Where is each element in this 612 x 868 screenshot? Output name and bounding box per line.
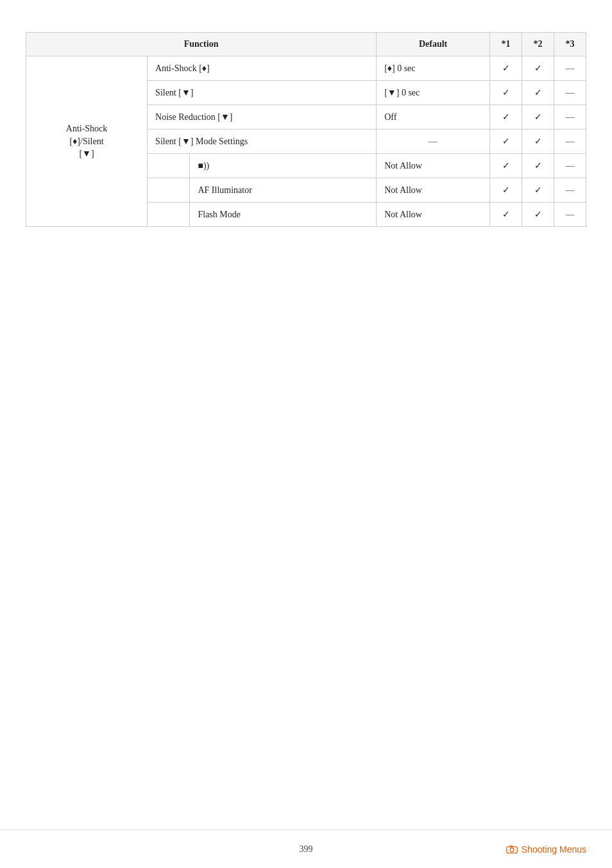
header-star2: *2 bbox=[522, 33, 554, 56]
star2-cell: ✓ bbox=[522, 81, 554, 105]
star1-cell: ✓ bbox=[490, 129, 522, 154]
star3-cell: — bbox=[554, 56, 586, 81]
default-cell: Off bbox=[377, 105, 490, 129]
sub-function-cell: AF Illuminator bbox=[190, 178, 377, 203]
function-cell: Silent [▼] bbox=[148, 81, 377, 105]
row-group-label: Anti-Shock [♦]/Silent [▼] bbox=[26, 56, 148, 227]
star1-cell: ✓ bbox=[490, 154, 522, 178]
camera-icon bbox=[506, 845, 518, 854]
function-cell: Anti-Shock [♦] bbox=[148, 56, 377, 81]
default-cell: [♦] 0 sec bbox=[377, 56, 490, 81]
page-footer: 399 Shooting Menus bbox=[0, 830, 612, 868]
svg-rect-2 bbox=[510, 845, 513, 846]
header-function: Function bbox=[26, 33, 377, 56]
star3-cell: — bbox=[554, 178, 586, 203]
sub-function-empty bbox=[148, 178, 190, 203]
page-content: Function Default *1 *2 *3 Anti-Shock [♦]… bbox=[0, 0, 612, 278]
star3-cell: — bbox=[554, 129, 586, 154]
star1-cell: ✓ bbox=[490, 178, 522, 203]
function-cell: Noise Reduction [▼] bbox=[148, 105, 377, 129]
star1-cell: ✓ bbox=[490, 105, 522, 129]
star3-cell: — bbox=[554, 81, 586, 105]
default-cell: Not Allow bbox=[377, 203, 490, 227]
default-cell: [▼] 0 sec bbox=[377, 81, 490, 105]
star2-cell: ✓ bbox=[522, 154, 554, 178]
page-number: 399 bbox=[300, 844, 313, 855]
sub-function-cell: ■)) bbox=[190, 154, 377, 178]
sub-function-empty bbox=[148, 154, 190, 178]
star1-cell: ✓ bbox=[490, 81, 522, 105]
sub-function-cell: Flash Mode bbox=[190, 203, 377, 227]
shooting-menus-label: Shooting Menus bbox=[522, 844, 586, 855]
sub-function-empty bbox=[148, 203, 190, 227]
function-cell: Silent [▼] Mode Settings bbox=[148, 129, 377, 154]
star3-cell: — bbox=[554, 105, 586, 129]
header-default: Default bbox=[377, 33, 490, 56]
star2-cell: ✓ bbox=[522, 178, 554, 203]
default-cell: Not Allow bbox=[377, 154, 490, 178]
star1-cell: ✓ bbox=[490, 56, 522, 81]
star2-cell: ✓ bbox=[522, 203, 554, 227]
default-cell: — bbox=[377, 129, 490, 154]
star2-cell: ✓ bbox=[522, 56, 554, 81]
star2-cell: ✓ bbox=[522, 105, 554, 129]
main-table: Function Default *1 *2 *3 Anti-Shock [♦]… bbox=[26, 32, 586, 227]
svg-point-1 bbox=[510, 847, 514, 851]
header-star1: *1 bbox=[490, 33, 522, 56]
star3-cell: — bbox=[554, 203, 586, 227]
footer-shooting-menus: Shooting Menus bbox=[506, 844, 586, 855]
default-cell: Not Allow bbox=[377, 178, 490, 203]
star3-cell: — bbox=[554, 154, 586, 178]
header-star3: *3 bbox=[554, 33, 586, 56]
star1-cell: ✓ bbox=[490, 203, 522, 227]
star2-cell: ✓ bbox=[522, 129, 554, 154]
table-row: Anti-Shock [♦]/Silent [▼] Anti-Shock [♦]… bbox=[26, 56, 586, 81]
